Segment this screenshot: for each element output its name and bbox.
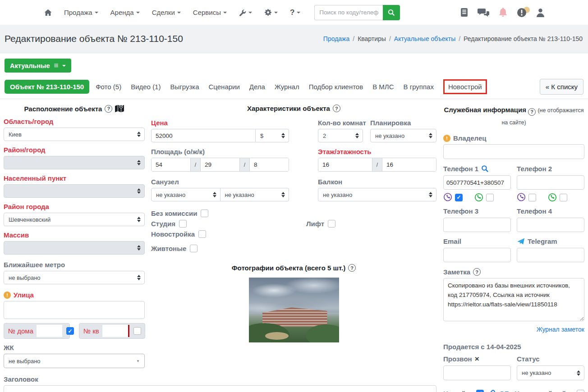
call-input[interactable] (443, 365, 511, 380)
area-kitchen-input[interactable] (250, 158, 289, 171)
phone1-input[interactable] (443, 175, 511, 190)
bathroom-group: не указано не указано (151, 188, 289, 201)
studio-checkbox[interactable] (179, 220, 187, 228)
tab-journal[interactable]: Журнал (275, 83, 299, 91)
tab-scenarios[interactable]: Сценарии (209, 83, 240, 91)
phone-search-icon[interactable] (481, 165, 489, 173)
apartment-checkbox[interactable] (133, 327, 141, 335)
floors-total-input[interactable] (382, 158, 436, 171)
massiv-select[interactable] (4, 241, 145, 255)
city-district-select[interactable]: Шевченковский (4, 213, 145, 226)
phone3-input[interactable] (443, 218, 511, 232)
tab-novostroy-highlighted[interactable]: Новострой (443, 79, 487, 94)
status-dropdown-label: Актуальные (10, 62, 50, 69)
chevron-down-icon (136, 12, 140, 14)
status-select[interactable]: не указано (517, 365, 584, 380)
phone4-input[interactable] (517, 218, 584, 232)
no-commission-checkbox[interactable] (201, 210, 208, 217)
on-main-checkbox[interactable] (577, 390, 584, 392)
telegram-input[interactable] (517, 248, 584, 262)
breadcrumb-sale[interactable]: Продажа (323, 35, 349, 42)
note-textarea[interactable]: Скопировано из базы внешних источников, … (443, 278, 584, 321)
tab-tasks[interactable]: Дела (249, 83, 265, 91)
tab-video[interactable]: Видео (1) (131, 83, 161, 91)
nav-sale-label: Продажа (64, 9, 92, 16)
nav-deals[interactable]: Сделки (152, 9, 181, 16)
profile-icon[interactable] (536, 8, 545, 17)
status-dropdown-button[interactable]: Актуальные ≡ (5, 59, 71, 73)
phone2-viber-checkbox[interactable] (528, 194, 536, 201)
bathroom-select-1[interactable]: не указано (151, 188, 220, 201)
photo-playground (265, 332, 289, 340)
search-button[interactable] (383, 5, 400, 20)
phone1-whatsapp-checkbox[interactable] (486, 194, 494, 201)
area-living-input[interactable] (201, 158, 239, 171)
owner-input[interactable] (443, 144, 584, 159)
alerts-icon[interactable] (517, 8, 527, 18)
qr-link[interactable]: QR (499, 390, 510, 392)
house-number-input[interactable] (37, 325, 62, 337)
select-arrows-icon (577, 370, 580, 376)
layout-label: Планировка (370, 119, 436, 127)
bathroom-select-2[interactable]: не указано (220, 188, 289, 201)
help-circle-icon[interactable] (348, 264, 356, 272)
home-icon[interactable] (44, 9, 52, 16)
floor-input[interactable] (318, 158, 372, 171)
notes-log-link[interactable]: Журнал заметок (443, 326, 584, 333)
tab-object[interactable]: Объект № 213-110-150 (5, 80, 89, 94)
animals-checkbox[interactable] (190, 245, 198, 252)
rooms-select[interactable]: 2 (318, 129, 363, 142)
notifications-bell-icon[interactable] (499, 8, 507, 17)
heading-input[interactable] (4, 385, 436, 392)
balcony-select[interactable]: не указано (318, 188, 436, 201)
wrench-icon (239, 9, 246, 16)
chat-icon[interactable] (478, 8, 489, 17)
search-input[interactable] (314, 5, 383, 20)
street-input[interactable] (4, 301, 145, 319)
telegram-label-text: Telegram (528, 237, 557, 245)
apartment-number-input[interactable] (102, 325, 128, 337)
settings-menu[interactable] (264, 9, 278, 16)
area-total-input[interactable] (152, 158, 190, 171)
new-building-checkbox[interactable] (198, 230, 206, 238)
clear-icon[interactable]: × (475, 355, 479, 363)
tab-upload[interactable]: Выгрузка (170, 83, 199, 91)
help-circle-icon[interactable] (105, 105, 112, 113)
whatsapp-icon (474, 193, 483, 202)
elevator-checkbox[interactable] (328, 220, 335, 228)
phone2-input[interactable] (517, 175, 584, 190)
tab-mls[interactable]: В МЛС (372, 83, 394, 91)
tab-groups[interactable]: В группах (404, 83, 434, 91)
object-photo-thumbnail[interactable] (249, 278, 339, 342)
price-input[interactable] (151, 129, 256, 142)
metro-select[interactable]: не выбрано (4, 271, 145, 284)
on-site-checkbox[interactable] (476, 390, 484, 392)
email-input[interactable] (443, 248, 511, 262)
phone1-viber-checkbox[interactable] (455, 194, 463, 201)
tools-menu[interactable] (239, 9, 252, 16)
nav-services[interactable]: Сервисы (193, 9, 227, 16)
breadcrumb-actual[interactable]: Актуальные объекты (394, 35, 455, 42)
on-site-label: На сайте (443, 390, 473, 392)
help-circle-icon[interactable] (528, 108, 536, 116)
region-select[interactable]: Киев (4, 128, 145, 141)
global-search (314, 5, 400, 20)
help-menu[interactable]: ? (290, 8, 300, 17)
tab-photo[interactable]: Фото (5) (96, 83, 121, 91)
back-to-list-button[interactable]: « К списку (540, 79, 583, 95)
currency-select[interactable]: $ (256, 129, 289, 142)
help-circle-icon[interactable] (333, 105, 340, 112)
nav-rent[interactable]: Аренда (110, 9, 140, 16)
help-circle-icon[interactable] (473, 268, 481, 276)
link-icon[interactable] (487, 389, 496, 392)
journal-icon[interactable] (460, 8, 468, 17)
district-select[interactable] (4, 156, 145, 169)
settlement-select[interactable] (4, 184, 145, 198)
phone2-whatsapp-checkbox[interactable] (560, 194, 567, 201)
complex-select[interactable]: не выбрано (4, 354, 145, 368)
nav-sale[interactable]: Продажа (64, 9, 98, 16)
layout-select[interactable]: не указано (370, 129, 436, 142)
house-checkbox[interactable] (66, 327, 74, 335)
tab-client-match[interactable]: Подбор клиентов (309, 83, 363, 91)
map-icon[interactable] (115, 105, 124, 113)
